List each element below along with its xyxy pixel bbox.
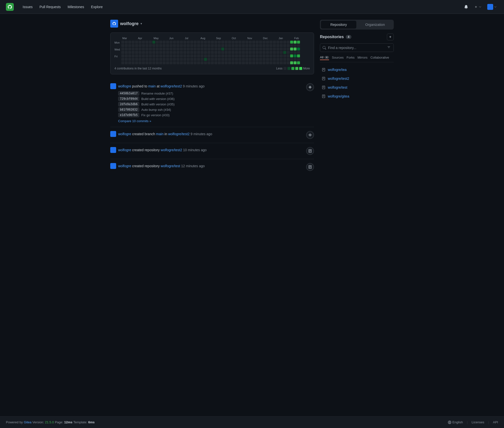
commit-hash-1[interactable]: 4450b3a017 xyxy=(118,91,139,96)
contrib-cell xyxy=(266,58,269,61)
user-menu-button[interactable] xyxy=(486,2,498,11)
repo-item-test[interactable]: wolfogre/test xyxy=(320,83,394,92)
licenses-link[interactable]: Licenses xyxy=(472,420,484,424)
branch-event-content: wolfogre created branch main in wolfogre… xyxy=(110,131,303,139)
contrib-cell xyxy=(249,58,252,61)
language-selector[interactable]: English xyxy=(448,420,463,424)
nav-pull-requests[interactable]: Pull Requests xyxy=(36,3,63,10)
create-repo-1-repo-link[interactable]: wolfogre/test2 xyxy=(161,148,182,152)
commit-msg-1: Rename module (#37) xyxy=(141,92,173,95)
push-repo-link[interactable]: wolfogre/test2 xyxy=(160,84,182,88)
repo-item-tea[interactable]: wolfogre/tea xyxy=(320,65,394,74)
version-link[interactable]: 21.5.0 xyxy=(45,420,54,424)
contrib-cell xyxy=(187,58,190,61)
contrib-cell xyxy=(294,44,297,47)
repo-item-test2-link[interactable]: wolfogre/test2 xyxy=(328,77,349,81)
contrib-cell xyxy=(259,41,262,44)
push-event-header: wolfogre pushed to main at wolfogre/test… xyxy=(110,83,303,89)
contrib-cell xyxy=(269,41,272,44)
create-repo-1-actor-link[interactable]: wolfogre xyxy=(118,148,131,152)
branch-name-link[interactable]: main xyxy=(156,132,163,136)
filter-tab-collaborative[interactable]: Collaborative xyxy=(370,55,389,60)
commit-hash-3[interactable]: 2dfe9a3db6 xyxy=(118,102,139,106)
repo-search-input[interactable] xyxy=(328,46,385,50)
contrib-cell xyxy=(280,48,283,50)
repo-item-tea-link[interactable]: wolfogre/tea xyxy=(328,68,346,72)
nav-milestones[interactable]: Milestones xyxy=(65,3,87,10)
filter-tab-sources[interactable]: Sources xyxy=(332,55,344,60)
contrib-cell xyxy=(273,54,276,57)
commit-item-3: 2dfe9a3db6 Build with version (#35) xyxy=(118,102,303,106)
commit-hash-5[interactable]: e1d7e96fb5 xyxy=(118,113,139,117)
contrib-cell xyxy=(183,41,186,44)
filter-tab-mirrors[interactable]: Mirrors xyxy=(358,55,367,60)
filter-tab-all[interactable]: All 4 xyxy=(320,55,329,60)
legend-cell-0 xyxy=(284,67,286,70)
user-chevron-icon xyxy=(494,6,497,8)
contrib-cell xyxy=(235,48,238,50)
repo-section-title: Repositories 4 xyxy=(320,35,351,39)
contrib-cell xyxy=(183,61,186,64)
nav-explore[interactable]: Explore xyxy=(88,3,106,10)
api-link[interactable]: API xyxy=(493,420,498,424)
branch-actor-link[interactable]: wolfogre xyxy=(118,132,131,136)
contrib-cell xyxy=(180,51,183,54)
contrib-cell xyxy=(173,41,176,44)
site-logo[interactable] xyxy=(6,3,14,11)
push-branch-link[interactable]: main xyxy=(148,84,156,88)
contrib-cell xyxy=(170,58,173,61)
notifications-button[interactable] xyxy=(463,3,470,10)
contrib-cell xyxy=(218,48,221,50)
contrib-cell xyxy=(207,58,210,61)
contrib-cell xyxy=(121,54,124,57)
contrib-cell xyxy=(238,54,241,57)
contrib-cell xyxy=(225,51,228,54)
branch-repo-link[interactable]: wolfogre/test2 xyxy=(168,132,189,136)
contrib-cell xyxy=(201,61,204,64)
repo-item-gitea-link[interactable]: wolfogre/gitea xyxy=(328,94,349,98)
compare-commits-link[interactable]: Compare 10 commits » xyxy=(118,119,303,123)
contrib-cell xyxy=(125,54,128,57)
contrib-cell xyxy=(280,54,283,57)
profile-avatar-icon xyxy=(112,21,116,26)
contrib-cell xyxy=(152,58,155,61)
filter-tab-forks[interactable]: Forks xyxy=(346,55,355,60)
create-repo-2-repo-link[interactable]: wolfogre/test xyxy=(161,164,180,168)
contrib-cell xyxy=(245,58,248,61)
contrib-cell xyxy=(249,61,252,64)
contrib-cell xyxy=(163,44,166,47)
profile-dropdown-icon[interactable]: ▾ xyxy=(141,22,142,25)
add-button[interactable] xyxy=(472,3,483,10)
repo-item-gitea[interactable]: wolfogre/gitea xyxy=(320,92,394,101)
contrib-cell xyxy=(245,61,248,64)
gitea-link[interactable]: Gitea xyxy=(24,420,32,424)
commit-hash-4[interactable]: b81f092032 xyxy=(118,107,139,112)
day-empty3 xyxy=(114,58,120,61)
tab-organization[interactable]: Organization xyxy=(357,21,393,29)
contrib-cell xyxy=(235,44,238,47)
contrib-cell xyxy=(273,61,276,64)
add-repo-button[interactable]: + xyxy=(387,33,394,40)
create-repo-2-actor-link[interactable]: wolfogre xyxy=(118,164,131,168)
contrib-cell xyxy=(259,61,262,64)
footer: Powered by Gitea Version: 21.5.0 Page: 1… xyxy=(0,416,504,428)
push-actor-link[interactable]: wolfogre xyxy=(118,84,131,88)
contrib-cell xyxy=(142,54,145,57)
contrib-cell xyxy=(242,44,245,47)
create-repo-2-icon xyxy=(306,163,314,171)
commit-hash-2[interactable]: 729cbf09d4 xyxy=(118,97,139,101)
user-avatar xyxy=(487,4,493,10)
contrib-cell xyxy=(276,44,279,47)
contrib-cell xyxy=(283,51,286,54)
filter-button[interactable] xyxy=(387,45,391,50)
contrib-cell xyxy=(180,61,183,64)
nav-issues[interactable]: Issues xyxy=(20,3,35,10)
contrib-cell xyxy=(142,44,145,47)
contrib-cell xyxy=(211,48,214,50)
repo-item-test-link[interactable]: wolfogre/test xyxy=(328,85,347,89)
tab-repository[interactable]: Repository xyxy=(321,21,356,29)
contrib-cell xyxy=(149,41,152,44)
contrib-cell xyxy=(183,48,186,50)
repo-item-test2[interactable]: wolfogre/test2 xyxy=(320,74,394,83)
month-nov: Nov xyxy=(247,37,263,40)
